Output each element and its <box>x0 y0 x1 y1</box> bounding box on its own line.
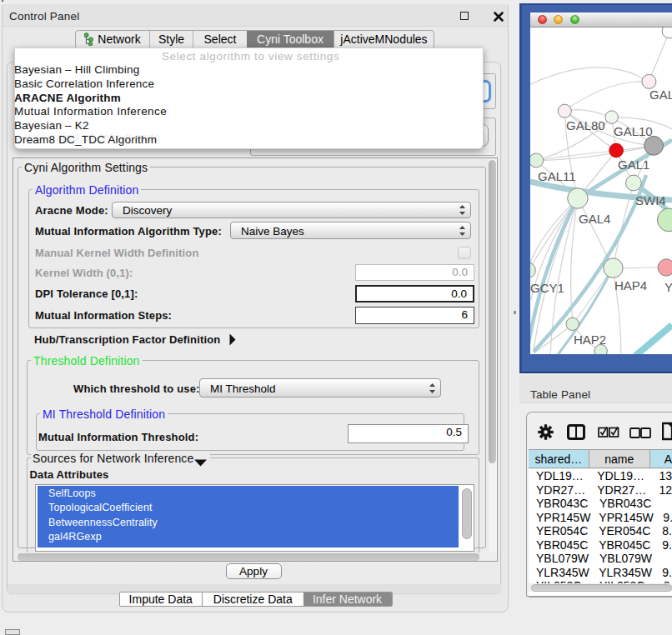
svg-text:GAL80: GAL80 <box>566 118 605 132</box>
svg-text:Y: Y <box>664 280 672 294</box>
svg-text:GAL10: GAL10 <box>614 124 653 138</box>
svg-text:GCY1: GCY1 <box>530 281 564 295</box>
svg-text:GAL11: GAL11 <box>538 169 576 183</box>
svg-text:HAP4: HAP4 <box>614 278 647 292</box>
svg-text:GAL1: GAL1 <box>618 158 649 172</box>
svg-text:SWI4: SWI4 <box>635 193 666 208</box>
svg-text:GAL2: GAL2 <box>649 88 672 102</box>
svg-text:GAL4: GAL4 <box>579 212 610 226</box>
svg-text:HAP2: HAP2 <box>574 332 606 347</box>
